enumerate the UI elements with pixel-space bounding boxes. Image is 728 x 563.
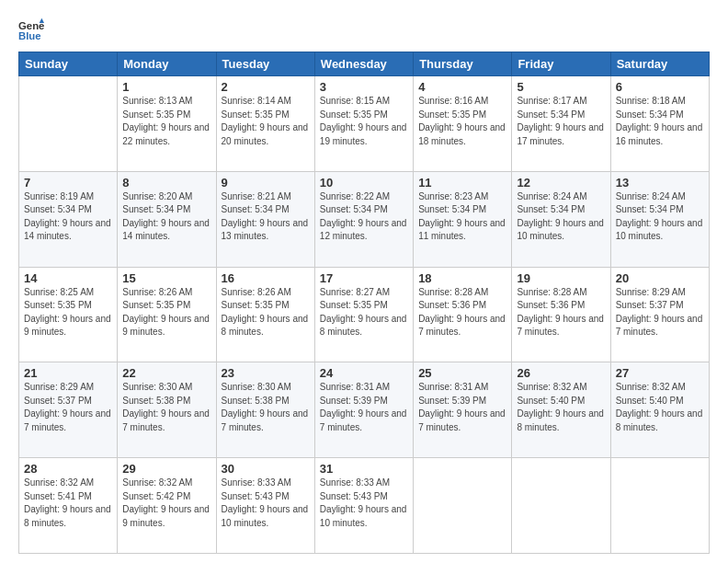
calendar-table: SundayMondayTuesdayWednesdayThursdayFrid… <box>18 52 710 554</box>
calendar-cell: 23 Sunrise: 8:30 AM Sunset: 5:38 PM Dayl… <box>216 362 314 458</box>
sunrise-label: Sunrise: 8:21 AM <box>222 191 291 201</box>
daylight-label: Daylight: 9 hours and 11 minutes. <box>418 218 506 242</box>
daylight-label: Daylight: 9 hours and 17 minutes. <box>517 122 604 146</box>
calendar-cell: 16 Sunrise: 8:26 AM Sunset: 5:35 PM Dayl… <box>216 267 314 362</box>
calendar-cell: 24 Sunrise: 8:31 AM Sunset: 5:39 PM Dayl… <box>314 362 413 458</box>
calendar-cell: 27 Sunrise: 8:32 AM Sunset: 5:40 PM Dayl… <box>610 362 709 458</box>
day-number: 30 <box>222 462 310 476</box>
day-info: Sunrise: 8:24 AM Sunset: 5:34 PM Dayligh… <box>517 190 605 244</box>
sunset-label: Sunset: 5:40 PM <box>616 396 684 406</box>
day-info: Sunrise: 8:31 AM Sunset: 5:39 PM Dayligh… <box>418 381 506 434</box>
calendar-cell: 18 Sunrise: 8:28 AM Sunset: 5:36 PM Dayl… <box>414 267 512 362</box>
daylight-label: Daylight: 9 hours and 8 minutes. <box>222 314 309 338</box>
day-info: Sunrise: 8:32 AM Sunset: 5:41 PM Dayligh… <box>24 477 112 530</box>
sunset-label: Sunset: 5:35 PM <box>122 109 190 120</box>
sunrise-label: Sunrise: 8:29 AM <box>616 287 686 297</box>
sunset-label: Sunset: 5:34 PM <box>517 109 585 120</box>
calendar-cell <box>512 458 610 554</box>
sunset-label: Sunset: 5:35 PM <box>320 109 388 120</box>
day-info: Sunrise: 8:27 AM Sunset: 5:35 PM Dayligh… <box>320 286 408 339</box>
week-row-3: 14 Sunrise: 8:25 AM Sunset: 5:35 PM Dayl… <box>19 267 710 362</box>
day-number: 14 <box>24 271 112 285</box>
sunset-label: Sunset: 5:34 PM <box>222 204 290 214</box>
day-number: 31 <box>320 462 408 476</box>
header: General Blue <box>18 17 710 42</box>
calendar-cell: 2 Sunrise: 8:14 AM Sunset: 5:35 PM Dayli… <box>216 76 314 172</box>
day-info: Sunrise: 8:29 AM Sunset: 5:37 PM Dayligh… <box>24 381 112 434</box>
sunrise-label: Sunrise: 8:25 AM <box>24 287 94 297</box>
calendar-cell: 1 Sunrise: 8:13 AM Sunset: 5:35 PM Dayli… <box>118 76 216 172</box>
sunset-label: Sunset: 5:40 PM <box>517 396 585 406</box>
sunset-label: Sunset: 5:35 PM <box>418 109 486 120</box>
sunrise-label: Sunrise: 8:19 AM <box>24 191 94 201</box>
day-info: Sunrise: 8:31 AM Sunset: 5:39 PM Dayligh… <box>320 381 408 434</box>
weekday-header-monday: Monday <box>118 52 216 76</box>
day-number: 24 <box>320 366 408 380</box>
day-info: Sunrise: 8:26 AM Sunset: 5:35 PM Dayligh… <box>222 286 310 339</box>
sunset-label: Sunset: 5:43 PM <box>222 491 290 501</box>
sunrise-label: Sunrise: 8:33 AM <box>320 477 390 488</box>
day-number: 28 <box>24 462 112 476</box>
day-info: Sunrise: 8:30 AM Sunset: 5:38 PM Dayligh… <box>122 381 210 434</box>
day-info: Sunrise: 8:32 AM Sunset: 5:42 PM Dayligh… <box>122 477 210 530</box>
day-info: Sunrise: 8:26 AM Sunset: 5:35 PM Dayligh… <box>122 286 210 339</box>
sunset-label: Sunset: 5:34 PM <box>320 204 388 214</box>
sunrise-label: Sunrise: 8:32 AM <box>616 382 686 392</box>
sunset-label: Sunset: 5:34 PM <box>122 204 190 214</box>
day-number: 8 <box>122 176 210 190</box>
calendar-cell: 19 Sunrise: 8:28 AM Sunset: 5:36 PM Dayl… <box>512 267 610 362</box>
day-info: Sunrise: 8:24 AM Sunset: 5:34 PM Dayligh… <box>616 190 704 244</box>
sunset-label: Sunset: 5:42 PM <box>122 491 190 501</box>
sunrise-label: Sunrise: 8:15 AM <box>320 96 390 106</box>
sunset-label: Sunset: 5:36 PM <box>517 300 585 310</box>
daylight-label: Daylight: 9 hours and 7 minutes. <box>418 408 506 432</box>
day-number: 25 <box>418 366 506 380</box>
sunset-label: Sunset: 5:37 PM <box>616 300 684 310</box>
sunrise-label: Sunrise: 8:32 AM <box>122 477 192 488</box>
daylight-label: Daylight: 9 hours and 18 minutes. <box>418 122 506 146</box>
daylight-label: Daylight: 9 hours and 7 minutes. <box>24 408 111 432</box>
week-row-4: 21 Sunrise: 8:29 AM Sunset: 5:37 PM Dayl… <box>19 362 710 458</box>
sunrise-label: Sunrise: 8:23 AM <box>418 191 488 201</box>
daylight-label: Daylight: 9 hours and 10 minutes. <box>222 504 309 528</box>
sunrise-label: Sunrise: 8:31 AM <box>320 382 390 392</box>
sunrise-label: Sunrise: 8:24 AM <box>517 191 586 201</box>
sunrise-label: Sunrise: 8:20 AM <box>122 191 192 201</box>
day-info: Sunrise: 8:33 AM Sunset: 5:43 PM Dayligh… <box>222 477 310 530</box>
calendar-cell: 9 Sunrise: 8:21 AM Sunset: 5:34 PM Dayli… <box>216 171 314 267</box>
day-number: 2 <box>222 80 310 94</box>
sunset-label: Sunset: 5:38 PM <box>122 396 190 406</box>
daylight-label: Daylight: 9 hours and 16 minutes. <box>616 122 703 146</box>
daylight-label: Daylight: 9 hours and 7 minutes. <box>320 408 407 432</box>
calendar-cell: 29 Sunrise: 8:32 AM Sunset: 5:42 PM Dayl… <box>118 458 216 554</box>
sunrise-label: Sunrise: 8:18 AM <box>616 96 686 106</box>
day-info: Sunrise: 8:17 AM Sunset: 5:34 PM Dayligh… <box>517 95 605 148</box>
day-number: 3 <box>320 80 408 94</box>
calendar-cell: 5 Sunrise: 8:17 AM Sunset: 5:34 PM Dayli… <box>512 76 610 172</box>
sunset-label: Sunset: 5:35 PM <box>222 109 290 120</box>
daylight-label: Daylight: 9 hours and 9 minutes. <box>122 314 210 338</box>
week-row-5: 28 Sunrise: 8:32 AM Sunset: 5:41 PM Dayl… <box>19 458 710 554</box>
day-number: 5 <box>517 80 605 94</box>
daylight-label: Daylight: 9 hours and 10 minutes. <box>517 218 604 242</box>
daylight-label: Daylight: 9 hours and 10 minutes. <box>616 218 703 242</box>
sunrise-label: Sunrise: 8:32 AM <box>24 477 94 488</box>
sunset-label: Sunset: 5:39 PM <box>320 396 388 406</box>
calendar-cell: 20 Sunrise: 8:29 AM Sunset: 5:37 PM Dayl… <box>610 267 709 362</box>
sunset-label: Sunset: 5:34 PM <box>517 204 585 214</box>
sunrise-label: Sunrise: 8:29 AM <box>24 382 94 392</box>
day-info: Sunrise: 8:23 AM Sunset: 5:34 PM Dayligh… <box>418 190 506 244</box>
day-number: 19 <box>517 271 605 285</box>
day-info: Sunrise: 8:32 AM Sunset: 5:40 PM Dayligh… <box>517 381 605 434</box>
sunset-label: Sunset: 5:34 PM <box>418 204 486 214</box>
sunrise-label: Sunrise: 8:24 AM <box>616 191 686 201</box>
day-number: 21 <box>24 366 112 380</box>
day-info: Sunrise: 8:18 AM Sunset: 5:34 PM Dayligh… <box>616 95 704 148</box>
day-number: 16 <box>222 271 310 285</box>
day-number: 29 <box>122 462 210 476</box>
week-row-2: 7 Sunrise: 8:19 AM Sunset: 5:34 PM Dayli… <box>19 171 710 267</box>
sunrise-label: Sunrise: 8:28 AM <box>517 287 586 297</box>
day-number: 4 <box>418 80 506 94</box>
sunset-label: Sunset: 5:35 PM <box>24 300 92 310</box>
calendar-cell: 14 Sunrise: 8:25 AM Sunset: 5:35 PM Dayl… <box>19 267 118 362</box>
